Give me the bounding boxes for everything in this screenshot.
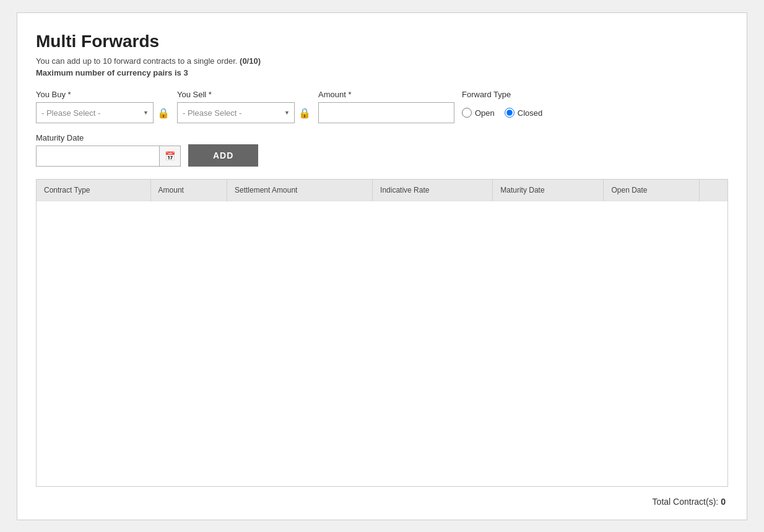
radio-closed-label[interactable]: Closed bbox=[505, 108, 542, 118]
page-title: Multi Forwards bbox=[36, 32, 728, 51]
subtitle-line1: You can add up to 10 forward contracts t… bbox=[36, 56, 728, 66]
table-empty-row bbox=[37, 201, 727, 486]
you-buy-wrapper: - Please Select - 🔒 bbox=[36, 102, 170, 123]
maturity-date-group: Maturity Date May 19 2022 📅 bbox=[36, 133, 181, 167]
radio-closed[interactable] bbox=[505, 108, 514, 118]
footer-row: Total Contract(s): 0 bbox=[36, 497, 728, 507]
calendar-button[interactable]: 📅 bbox=[160, 146, 181, 167]
radio-open[interactable] bbox=[462, 108, 472, 118]
col-indicative-rate: Indicative Rate bbox=[373, 180, 493, 201]
radio-open-label[interactable]: Open bbox=[462, 108, 495, 118]
radio-open-text: Open bbox=[475, 108, 495, 118]
contracts-table-section: Contract Type Amount Settlement Amount I… bbox=[36, 179, 728, 487]
forward-type-label: Forward Type bbox=[462, 90, 542, 99]
table-header: Contract Type Amount Settlement Amount I… bbox=[37, 180, 727, 201]
maturity-date-input[interactable]: May 19 2022 bbox=[36, 146, 160, 167]
you-buy-group: You Buy * - Please Select - 🔒 bbox=[36, 90, 170, 123]
main-container: Multi Forwards You can add up to 10 forw… bbox=[17, 12, 747, 520]
maturity-date-label: Maturity Date bbox=[36, 133, 181, 142]
table-header-row: Contract Type Amount Settlement Amount I… bbox=[37, 180, 727, 201]
forward-type-radio-row: Open Closed bbox=[462, 102, 542, 123]
col-settlement-amount: Settlement Amount bbox=[227, 180, 373, 201]
add-button[interactable]: ADD bbox=[188, 144, 258, 167]
total-label: Total Contract(s): bbox=[653, 497, 719, 507]
date-wrapper: May 19 2022 📅 bbox=[36, 146, 181, 167]
total-value: 0 bbox=[721, 497, 726, 507]
maturity-row: Maturity Date May 19 2022 📅 ADD bbox=[36, 133, 728, 167]
you-sell-select-container: - Please Select - bbox=[177, 102, 295, 123]
you-sell-group: You Sell * - Please Select - 🔒 bbox=[177, 90, 311, 123]
col-actions bbox=[699, 180, 727, 201]
form-row-top: You Buy * - Please Select - 🔒 You Sell *… bbox=[36, 90, 728, 123]
amount-input[interactable] bbox=[318, 102, 454, 123]
amount-label: Amount * bbox=[318, 90, 454, 99]
empty-cell bbox=[37, 201, 727, 486]
you-buy-label: You Buy * bbox=[36, 90, 170, 99]
col-maturity-date: Maturity Date bbox=[493, 180, 604, 201]
you-buy-select-container: - Please Select - bbox=[36, 102, 154, 123]
you-sell-wrapper: - Please Select - 🔒 bbox=[177, 102, 311, 123]
subtitle-line2: Maximum number of currency pairs is 3 bbox=[36, 68, 728, 77]
table-body bbox=[37, 201, 727, 486]
col-amount: Amount bbox=[150, 180, 227, 201]
you-buy-lock-icon: 🔒 bbox=[157, 107, 170, 119]
you-sell-lock-icon: 🔒 bbox=[298, 107, 311, 119]
forward-type-group: Forward Type Open Closed bbox=[462, 90, 542, 123]
you-buy-select[interactable]: - Please Select - bbox=[36, 102, 154, 123]
col-open-date: Open Date bbox=[604, 180, 699, 201]
you-sell-select[interactable]: - Please Select - bbox=[177, 102, 295, 123]
radio-closed-text: Closed bbox=[518, 108, 542, 118]
contracts-table: Contract Type Amount Settlement Amount I… bbox=[37, 180, 727, 486]
you-sell-label: You Sell * bbox=[177, 90, 311, 99]
col-contract-type: Contract Type bbox=[37, 180, 150, 201]
amount-group: Amount * bbox=[318, 90, 454, 123]
